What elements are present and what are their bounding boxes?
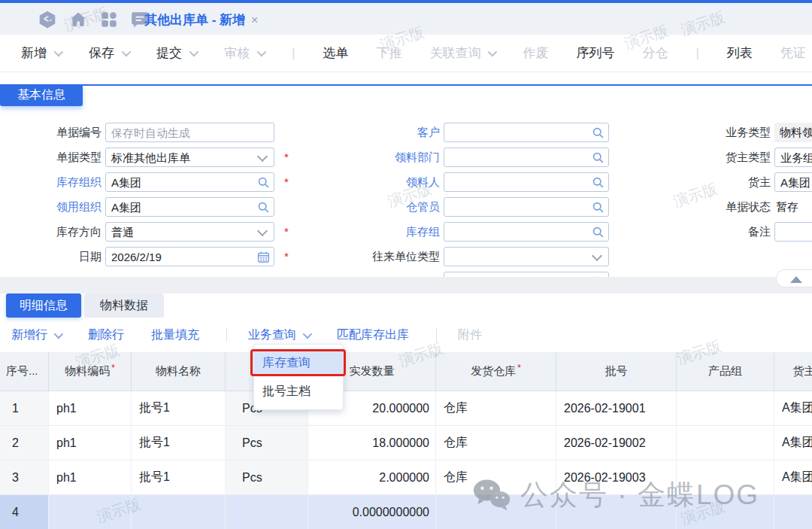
- toolbar-separator: |: [292, 46, 295, 61]
- document-tab-title: 其他出库单 - 新增: [144, 13, 245, 27]
- table-row[interactable]: 1 ph1 批号1 Pcs 20.000000 仓库 2026-02-19001…: [0, 391, 812, 426]
- document-tab[interactable]: 其他出库单 - 新增×: [144, 11, 258, 29]
- related-query-button: 关联查询: [429, 44, 495, 62]
- section-gap: [0, 277, 812, 293]
- chevron-down-icon[interactable]: [189, 47, 199, 57]
- void-button: 作废: [523, 44, 548, 62]
- list-button[interactable]: 列表: [727, 44, 753, 62]
- required-asterisk: *: [111, 363, 115, 373]
- triangle-up-icon: [790, 276, 802, 283]
- detail-table: 序号... 物料编码* 物料名称 实发数量 发货仓库* 批号 产品组 货主 1 …: [0, 352, 812, 529]
- remark-field[interactable]: [774, 222, 812, 242]
- sub-warehouse-button: 分仓: [642, 44, 668, 62]
- chevron-down-icon[interactable]: [54, 47, 64, 57]
- collapse-panel-button[interactable]: [776, 269, 812, 287]
- required-asterisk: *: [517, 363, 521, 373]
- save-button[interactable]: 保存: [89, 44, 129, 62]
- chevron-down-icon: [488, 47, 498, 57]
- add-row-button[interactable]: 新增行: [11, 327, 61, 343]
- close-tab-icon[interactable]: ×: [251, 14, 258, 26]
- chevron-down-icon[interactable]: [54, 329, 64, 339]
- chevron-down-icon: [257, 47, 267, 57]
- clipped-field[interactable]: [444, 272, 609, 277]
- table-row-selected[interactable]: 4 0.0000000000: [0, 495, 812, 529]
- push-down-button: 下推: [376, 44, 401, 62]
- owner-input[interactable]: [775, 175, 812, 193]
- voucher-button: 凭证: [780, 44, 812, 62]
- table-row[interactable]: 2 ph1 批号1 Pcs 18.000000 仓库 2026-02-19002…: [0, 426, 812, 461]
- owner-type-label: 货主类型: [680, 147, 771, 167]
- menu-item-stock-query[interactable]: 库存查询: [254, 351, 343, 375]
- apps-grid-icon[interactable]: [99, 10, 119, 29]
- submit-button[interactable]: 提交: [156, 44, 196, 62]
- section-divider: [0, 84, 812, 86]
- chevron-down-icon[interactable]: [122, 47, 132, 57]
- serial-number-button[interactable]: 序列号: [576, 44, 614, 62]
- col-material-code[interactable]: 物料编码*: [49, 352, 132, 391]
- biz-type-label: 业务类型: [680, 123, 771, 142]
- partner-type-label: 往来单位类型: [338, 247, 440, 266]
- chevron-down-icon[interactable]: [303, 329, 313, 339]
- col-seq[interactable]: 序号...: [0, 352, 49, 391]
- owner-field[interactable]: [774, 172, 812, 192]
- toolbar-separator: [226, 328, 227, 342]
- col-product-group[interactable]: 产品组: [677, 352, 774, 391]
- col-owner[interactable]: 货主: [774, 352, 812, 391]
- detail-section: 明细信息 物料数据 新增行 删除行 批量填充 业务查询 匹配库存出库 附件 序号…: [0, 293, 812, 529]
- partner-type-value[interactable]: [444, 248, 608, 266]
- remark-input[interactable]: [775, 223, 812, 242]
- batch-fill-button[interactable]: 批量填充: [151, 327, 199, 343]
- delete-row-button[interactable]: 删除行: [88, 327, 124, 343]
- new-button[interactable]: 新增: [21, 44, 61, 62]
- toolbar-separator: [436, 328, 437, 342]
- toolbar-separator: |: [695, 46, 698, 61]
- base-info-section: 基本信息 单据编号 单据类型 * 库存组织 * 领用组织 库存方向 * 日期 *…: [0, 72, 812, 277]
- tab-base-info[interactable]: 基本信息: [0, 84, 83, 106]
- home-icon[interactable]: [68, 10, 88, 29]
- tab-material-data[interactable]: 物料数据: [84, 293, 164, 318]
- table-header-row: 序号... 物料编码* 物料名称 实发数量 发货仓库* 批号 产品组 货主: [0, 352, 812, 391]
- main-toolbar: 新增 保存 提交 审核 | 选单 下推 关联查询 作废 序列号 分仓 | 列表 …: [0, 35, 812, 72]
- top-bar: 其他出库单 - 新增×: [0, 3, 812, 35]
- tab-detail-info[interactable]: 明细信息: [6, 293, 81, 318]
- detail-toolbar: 新增行 删除行 批量填充 业务查询 匹配库存出库 附件: [11, 324, 509, 346]
- col-lot[interactable]: 批号: [556, 352, 677, 391]
- partner-type-select[interactable]: [444, 247, 609, 266]
- match-stock-out-button[interactable]: 匹配库存出库: [337, 327, 409, 343]
- owner-type-value[interactable]: [775, 150, 812, 168]
- select-order-button[interactable]: 选单: [323, 44, 348, 62]
- doc-status-value: 暂存: [776, 197, 798, 217]
- table-row[interactable]: 3 ph1 批号1 Pcs 2.000000 仓库 2026-02-19003 …: [0, 461, 812, 495]
- col-material-name[interactable]: 物料名称: [132, 352, 226, 391]
- remark-label: 备注: [680, 222, 771, 242]
- biz-query-button[interactable]: 业务查询: [248, 327, 310, 343]
- kingdee-logo-icon[interactable]: [38, 10, 57, 29]
- doc-status-label: 单据状态: [680, 197, 771, 217]
- col-ship-warehouse[interactable]: 发货仓库*: [436, 352, 556, 391]
- owner-label: 货主: [680, 172, 771, 192]
- audit-button: 审核: [224, 44, 264, 62]
- menu-item-lot-master[interactable]: 批号主档: [254, 379, 343, 403]
- biz-query-dropdown: 库存查询 批号主档: [253, 344, 344, 410]
- attachment-button: 附件: [458, 327, 482, 343]
- biz-type-value: 物料领用: [774, 123, 812, 142]
- owner-type-select[interactable]: [774, 147, 812, 167]
